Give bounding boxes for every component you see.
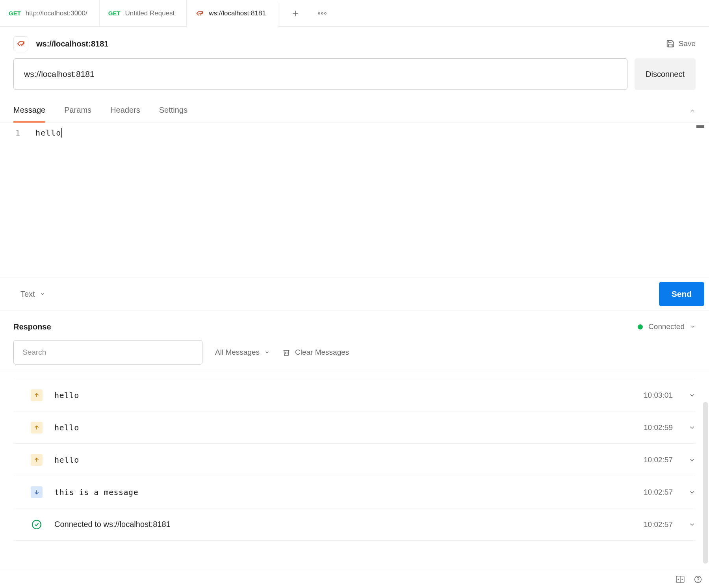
message-text: hello	[54, 455, 632, 465]
tab-request-2[interactable]: ws://localhost:8181	[187, 0, 278, 27]
arrow-up-icon	[31, 454, 43, 466]
subtab-settings[interactable]: Settings	[159, 99, 187, 123]
tab-label: Untitled Request	[125, 9, 175, 17]
expand-icon[interactable]	[689, 424, 696, 431]
send-button[interactable]: Send	[659, 282, 704, 306]
tab-actions	[278, 0, 328, 26]
more-tabs-button[interactable]	[317, 8, 328, 19]
save-button[interactable]: Save	[666, 39, 696, 48]
help-icon[interactable]	[694, 575, 702, 583]
editor-line: 1 hello	[0, 127, 709, 139]
message-time: 10:02:57	[644, 488, 673, 497]
tab-request-0[interactable]: GET http://localhost:3000/	[0, 0, 100, 26]
message-toolbar: Text Send	[0, 277, 709, 311]
message-time: 10:02:59	[644, 423, 673, 432]
connection-status-dropdown[interactable]: Connected	[638, 322, 696, 331]
tab-request-1[interactable]: GET Untitled Request	[100, 0, 187, 26]
message-filter-dropdown[interactable]: All Messages	[215, 348, 270, 357]
chevron-down-icon	[690, 324, 696, 329]
trash-icon	[282, 348, 290, 357]
format-label: Text	[20, 290, 35, 299]
response-header: Response Connected	[0, 311, 709, 335]
status-dot-icon	[638, 324, 643, 329]
message-text: Connected to ws://localhost:8181	[54, 520, 632, 529]
chevron-down-icon	[40, 291, 45, 297]
tab-label: ws://localhost:8181	[209, 9, 266, 17]
subtab-params[interactable]: Params	[64, 99, 91, 123]
request-name: ws://localhost:8181	[36, 39, 108, 48]
message-list: hello 10:03:01 hello 10:02:59 hello 10:0…	[0, 371, 709, 541]
collapse-icon[interactable]	[689, 108, 696, 114]
filter-label: All Messages	[215, 348, 260, 357]
svg-point-2	[325, 13, 326, 14]
message-editor[interactable]: 1 hello	[0, 123, 709, 277]
message-format-dropdown[interactable]: Text	[20, 290, 45, 299]
method-badge: GET	[108, 10, 121, 17]
message-row[interactable]: this is a message 10:02:57	[13, 476, 696, 508]
status-bar	[0, 570, 709, 588]
request-subtabs: Message Params Headers Settings	[0, 99, 709, 123]
message-time: 10:03:01	[644, 391, 673, 400]
message-time: 10:02:57	[644, 520, 673, 529]
arrow-up-icon	[31, 422, 43, 434]
message-text: this is a message	[54, 488, 632, 497]
message-row[interactable]: hello 10:02:57	[13, 444, 696, 476]
arrow-up-icon	[31, 389, 43, 401]
save-icon	[666, 39, 675, 48]
split-pane-icon[interactable]	[676, 576, 685, 583]
tab-label: http://localhost:3000/	[26, 9, 87, 17]
websocket-icon	[195, 9, 204, 18]
tab-strip: GET http://localhost:3000/ GET Untitled …	[0, 0, 709, 27]
url-row: Disconnect	[0, 58, 709, 99]
expand-icon[interactable]	[689, 456, 696, 463]
subtab-headers[interactable]: Headers	[110, 99, 140, 123]
scrollbar[interactable]	[703, 402, 708, 564]
clear-label: Clear Messages	[295, 348, 349, 357]
message-row[interactable]: Connected to ws://localhost:8181 10:02:5…	[13, 508, 696, 541]
status-label: Connected	[648, 322, 685, 331]
request-header: ws://localhost:8181 Save	[0, 27, 709, 58]
svg-point-9	[32, 520, 41, 529]
websocket-icon	[13, 36, 28, 51]
search-input[interactable]	[13, 340, 202, 365]
svg-point-0	[318, 13, 320, 14]
svg-point-13	[682, 579, 683, 580]
svg-point-12	[678, 579, 679, 580]
svg-point-1	[321, 13, 323, 14]
new-tab-button[interactable]	[290, 8, 301, 19]
line-number: 1	[0, 128, 35, 138]
text-cursor	[61, 128, 62, 138]
message-row[interactable]: hello 10:02:59	[13, 411, 696, 444]
message-text: hello	[54, 391, 632, 400]
editor-content: hello	[35, 128, 62, 138]
expand-icon[interactable]	[689, 521, 696, 528]
minimap	[696, 125, 704, 128]
subtab-message[interactable]: Message	[13, 99, 45, 123]
list-item	[13, 371, 696, 379]
expand-icon[interactable]	[689, 392, 696, 399]
message-row[interactable]: hello 10:03:01	[13, 379, 696, 411]
response-toolbar: All Messages Clear Messages	[0, 335, 709, 371]
disconnect-button[interactable]: Disconnect	[635, 58, 696, 90]
expand-icon[interactable]	[689, 489, 696, 496]
clear-messages-button[interactable]: Clear Messages	[282, 348, 349, 357]
response-title: Response	[13, 322, 51, 331]
method-badge: GET	[9, 10, 21, 17]
message-text: hello	[54, 423, 632, 432]
chevron-down-icon	[264, 350, 270, 355]
message-time: 10:02:57	[644, 456, 673, 464]
url-input[interactable]	[13, 58, 627, 90]
request-title-group: ws://localhost:8181	[13, 36, 108, 51]
check-circle-icon	[31, 519, 43, 530]
arrow-down-icon	[31, 486, 43, 498]
save-label: Save	[679, 39, 696, 48]
